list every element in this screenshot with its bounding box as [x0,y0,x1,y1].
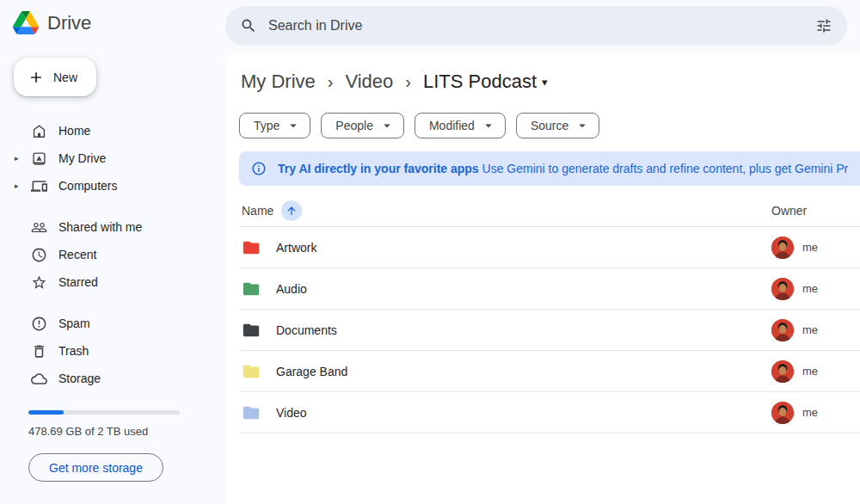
sidebar-item-storage[interactable]: Storage [0,365,225,392]
folder-icon [242,280,261,298]
table-row-audio[interactable]: Audio me [239,268,860,310]
folder-icon [242,362,261,381]
new-button[interactable]: New [14,58,96,96]
gemini-promo-banner[interactable]: Try AI directly in your favorite apps Us… [239,151,860,186]
chevron-down-icon [481,118,496,133]
storage-progress-fill [28,410,64,415]
my-drive-icon [31,151,47,167]
shared-with-me-icon [31,219,47,236]
table-row-artwork[interactable]: Artwork me [239,227,860,268]
spam-icon [31,316,47,332]
chevron-down-icon [574,118,590,133]
storage-progress-bar [28,410,180,415]
chip-label: Modified [429,119,475,132]
chevron-right-icon: › [405,72,411,92]
owner-avatar [771,319,794,341]
sidebar-nav: Home ▸ My Drive ▸ Computers Shared with … [0,117,225,392]
chip-label: Source [531,119,568,132]
drive-logo-icon [13,11,39,34]
breadcrumb-current-folder[interactable]: LITS Podcast ▾ [423,71,548,93]
home-icon [31,123,47,139]
table-row-video[interactable]: Video me [239,392,860,433]
sidebar-item-home[interactable]: Home [0,117,225,144]
expand-arrow-icon[interactable]: ▸ [15,155,19,163]
drive-logo[interactable]: Drive [0,0,225,34]
filter-chip-modified[interactable]: Modified [415,113,506,138]
breadcrumb: My Drive › Video › LITS Podcast ▾ [239,71,860,93]
banner-text: Use Gemini to generate drafts and refine… [482,162,849,175]
owner-label: me [802,406,818,419]
advanced-search-tune-icon[interactable] [815,17,832,34]
info-icon [251,161,267,176]
sidebar-item-starred[interactable]: Starred [0,268,225,296]
table-row-documents[interactable]: Documents me [239,310,860,351]
chip-label: People [335,119,373,132]
folder-menu-caret-icon: ▾ [542,76,548,89]
file-name: Documents [276,323,337,337]
chevron-down-icon [286,118,301,133]
sidebar-item-shared-with-me[interactable]: Shared with me [0,213,225,241]
get-more-storage-button[interactable]: Get more storage [28,453,163,482]
computers-icon [31,178,47,194]
sidebar-item-computers[interactable]: ▸ Computers [0,172,225,200]
owner-label: me [802,241,818,254]
owner-label: me [802,365,818,378]
column-header-owner[interactable]: Owner [771,204,860,218]
file-name: Audio [276,282,307,296]
folder-icon [242,403,261,422]
filter-chip-bar: Type People Modified Source [239,113,860,138]
name-column-label: Name [242,204,273,218]
folder-icon [242,321,261,340]
folder-icon [242,238,261,257]
expand-arrow-icon[interactable]: ▸ [15,182,19,190]
clock-icon [31,247,47,263]
breadcrumb-current-label: LITS Podcast [423,71,537,93]
owner-avatar [771,237,794,259]
cloud-icon [31,371,47,387]
search-bar[interactable] [225,6,847,46]
sidebar-item-label: My Drive [58,151,106,165]
storage-usage-text: 478.69 GB of 2 TB used [28,425,225,438]
sidebar-item-label: Shared with me [58,220,142,234]
plus-icon [28,69,45,86]
sidebar-item-recent[interactable]: Recent [0,241,225,268]
filter-chip-source[interactable]: Source [516,113,599,138]
owner-avatar [771,402,794,424]
sidebar-item-label: Trash [58,344,89,358]
file-name: Artwork [276,241,316,255]
app-title: Drive [47,12,91,34]
chevron-right-icon: › [328,72,334,92]
search-input[interactable] [268,18,804,34]
star-icon [31,274,47,291]
sidebar-item-my-drive[interactable]: ▸ My Drive [0,144,225,172]
nav-section-divider [0,296,225,310]
file-name: Garage Band [276,365,347,378]
sidebar-item-label: Home [58,124,90,138]
sidebar-item-label: Spam [58,317,90,330]
trash-icon [31,343,47,360]
table-row-garage-band[interactable]: Garage Band me [239,351,860,392]
owner-avatar [771,278,794,300]
chip-label: Type [254,119,280,132]
chevron-down-icon [379,118,395,133]
column-header-name[interactable]: Name [239,200,771,221]
owner-label: me [802,282,818,295]
owner-column-label: Owner [771,204,807,218]
new-button-label: New [53,71,77,84]
file-table-header: Name Owner [239,194,860,227]
nav-section-divider [0,200,225,213]
search-icon[interactable] [240,17,257,34]
breadcrumb-my-drive[interactable]: My Drive [241,71,316,93]
sidebar-item-label: Computers [58,179,117,193]
content-card: My Drive › Video › LITS Podcast ▾ Type P… [225,52,860,504]
sidebar-item-label: Storage [58,372,101,385]
sidebar: Drive New Home ▸ My Drive ▸ Computers Sh… [0,0,225,504]
sidebar-item-trash[interactable]: Trash [0,337,225,365]
main-column: My Drive › Video › LITS Podcast ▾ Type P… [225,0,860,504]
sort-ascending-icon[interactable] [281,200,302,221]
filter-chip-type[interactable]: Type [239,113,310,138]
filter-chip-people[interactable]: People [321,113,404,138]
banner-title: Try AI directly in your favorite apps [278,162,479,175]
breadcrumb-video[interactable]: Video [345,71,393,93]
sidebar-item-spam[interactable]: Spam [0,310,225,337]
